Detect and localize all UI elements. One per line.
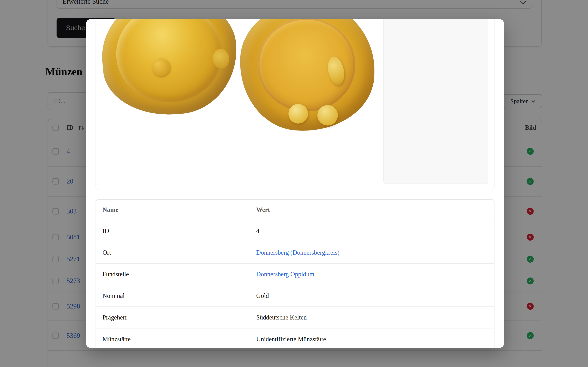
coin-obverse-image[interactable]: [97, 19, 242, 120]
details-row: Münzstätte Unidentifizierte Münzstätte: [96, 328, 494, 348]
details-row: ID 4: [96, 220, 494, 242]
detail-label: Prägeherr: [103, 314, 127, 321]
detail-label: Münzstätte: [103, 336, 131, 343]
details-row: Prägeherr Süddeutsche Kelten: [96, 307, 494, 328]
details-row: Ort Donnersberg (Donnersbergkreis): [96, 242, 494, 264]
coin-reverse-image[interactable]: [237, 19, 378, 134]
coin-detail-modal: Name Wert ID 4 Ort Donnersberg (Donnersb…: [86, 19, 504, 348]
fundstelle-detail-link[interactable]: Donnersberg Oppidum: [256, 271, 314, 278]
detail-value: 4: [256, 227, 259, 235]
detail-value: Unidentifizierte Münzstätte: [256, 336, 326, 343]
detail-label: Fundstelle: [103, 271, 129, 278]
details-row: Fundstelle Donnersberg Oppidum: [96, 264, 494, 285]
detail-label: ID: [103, 227, 109, 235]
name-column-header: Name: [103, 206, 118, 213]
detail-label: Nominal: [103, 292, 125, 300]
detail-value: Gold: [256, 292, 269, 300]
wert-column-header: Wert: [256, 206, 270, 213]
details-row: Nominal Gold: [96, 285, 494, 307]
coin-relief: [112, 19, 226, 107]
coin-details-table: Name Wert ID 4 Ort Donnersberg (Donnersb…: [95, 199, 494, 348]
detail-value: Süddeutsche Kelten: [256, 314, 307, 321]
coin-images-panel: [95, 19, 494, 190]
ort-detail-link[interactable]: Donnersberg (Donnersbergkreis): [256, 249, 339, 256]
image-thumbnails-panel[interactable]: [383, 19, 488, 184]
detail-label: Ort: [103, 249, 111, 256]
details-header-row: Name Wert: [96, 200, 494, 220]
page-root: Erweiterte Suche Suche Münzen Spalten ID…: [0, 0, 588, 367]
